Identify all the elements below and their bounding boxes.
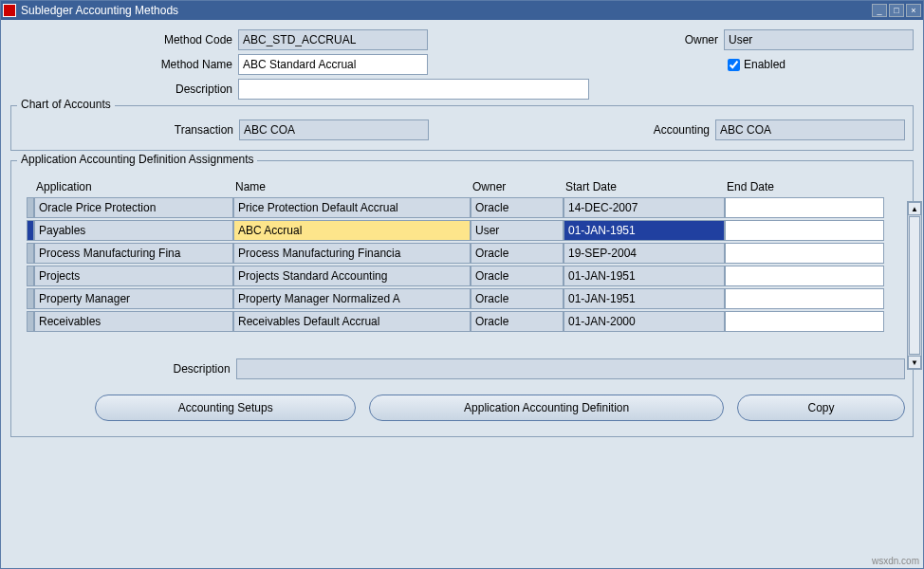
row-detail-description: Description — [19, 358, 905, 379]
maximize-button[interactable]: □ — [889, 4, 904, 17]
button-row: Accounting Setups Application Accounting… — [19, 391, 905, 421]
cell-application[interactable]: Process Manufacturing Fina — [34, 243, 233, 264]
table-body: Oracle Price ProtectionPrice Protection … — [27, 197, 905, 332]
th-end-date: End Date — [725, 180, 884, 193]
enabled-checkbox[interactable] — [728, 59, 740, 71]
cell-start-date[interactable]: 01-JAN-1951 — [564, 266, 725, 286]
cell-owner[interactable]: Oracle — [471, 266, 564, 286]
legend-chart-of-accounts: Chart of Accounts — [17, 98, 115, 111]
watermark: wsxdn.com — [872, 556, 919, 566]
description-input[interactable] — [238, 79, 589, 100]
row-handle[interactable] — [27, 266, 34, 286]
label-enabled: Enabled — [744, 58, 785, 71]
th-start-date: Start Date — [564, 180, 725, 193]
cell-application[interactable]: Oracle Price Protection — [34, 197, 233, 218]
assignments-table: Application Name Owner Start Date End Da… — [27, 180, 905, 332]
method-name-input[interactable] — [238, 54, 428, 75]
fieldset-chart-of-accounts: Chart of Accounts Transaction ABC COA Ac… — [10, 105, 914, 151]
label-accounting: Accounting — [592, 123, 715, 137]
row-method-code: Method Code ABC_STD_ACCRUAL Owner User — [10, 29, 914, 50]
owner-field[interactable]: User — [724, 29, 914, 50]
transaction-field[interactable]: ABC COA — [239, 119, 429, 140]
table-row[interactable]: ProjectsProjects Standard AccountingOrac… — [27, 266, 905, 286]
cell-owner[interactable]: Oracle — [471, 311, 564, 332]
close-button[interactable]: × — [906, 4, 921, 17]
minimize-button[interactable]: _ — [872, 4, 887, 17]
cell-name[interactable]: Price Protection Default Accrual — [233, 197, 471, 218]
cell-owner[interactable]: Oracle — [471, 243, 564, 264]
cell-name[interactable]: ABC Accrual — [233, 220, 471, 241]
cell-application[interactable]: Receivables — [34, 311, 233, 332]
label-transaction: Transaction — [19, 123, 239, 137]
cell-end-date[interactable] — [725, 266, 884, 286]
row-handle[interactable] — [27, 288, 34, 309]
cell-end-date[interactable] — [725, 288, 884, 309]
cell-application[interactable]: Property Manager — [34, 288, 233, 309]
label-method-name: Method Name — [10, 58, 238, 71]
accounting-setups-button[interactable]: Accounting Setups — [95, 395, 356, 421]
cell-application[interactable]: Payables — [34, 220, 233, 241]
cell-start-date[interactable]: 01-JAN-2000 — [564, 311, 725, 332]
vertical-scrollbar[interactable]: ▲ ▼ — [907, 201, 922, 370]
cell-name[interactable]: Property Manager Normalized A — [233, 288, 471, 309]
row-method-name: Method Name Enabled — [10, 54, 914, 75]
th-owner: Owner — [471, 180, 564, 193]
accounting-field[interactable]: ABC COA — [715, 119, 905, 140]
detail-description-field[interactable] — [236, 358, 905, 379]
scroll-down-icon[interactable]: ▼ — [908, 356, 921, 369]
cell-start-date[interactable]: 19-SEP-2004 — [564, 243, 725, 264]
titlebar: Subledger Accounting Methods _ □ × — [1, 1, 923, 20]
cell-name[interactable]: Receivables Default Accrual — [233, 311, 471, 332]
cell-end-date[interactable] — [725, 243, 884, 264]
application-accounting-definition-button[interactable]: Application Accounting Definition — [369, 395, 724, 421]
window-buttons: _ □ × — [872, 4, 921, 17]
table-header: Application Name Owner Start Date End Da… — [27, 180, 905, 193]
cell-start-date[interactable]: 01-JAN-1951 — [564, 288, 725, 309]
row-description: Description — [10, 79, 914, 100]
cell-start-date[interactable]: 01-JAN-1951 — [564, 220, 725, 241]
cell-end-date[interactable] — [725, 197, 884, 218]
label-detail-description: Description — [19, 362, 236, 376]
scroll-up-icon[interactable]: ▲ — [908, 202, 921, 215]
window-frame: Subledger Accounting Methods _ □ × Metho… — [0, 0, 924, 569]
table-row[interactable]: Process Manufacturing FinaProcess Manufa… — [27, 243, 905, 264]
cell-start-date[interactable]: 14-DEC-2007 — [564, 197, 725, 218]
row-handle[interactable] — [27, 220, 34, 241]
method-code-field[interactable]: ABC_STD_ACCRUAL — [238, 29, 428, 50]
row-handle[interactable] — [27, 311, 34, 332]
cell-owner[interactable]: Oracle — [471, 288, 564, 309]
table-row[interactable]: Property ManagerProperty Manager Normali… — [27, 288, 905, 309]
cell-name[interactable]: Projects Standard Accounting — [233, 266, 471, 286]
label-owner: Owner — [601, 33, 724, 46]
cell-end-date[interactable] — [725, 311, 884, 332]
th-application: Application — [34, 180, 233, 193]
window-title: Subledger Accounting Methods — [21, 4, 872, 17]
cell-name[interactable]: Process Manufacturing Financia — [233, 243, 471, 264]
cell-owner[interactable]: User — [471, 220, 564, 241]
table-row[interactable]: Oracle Price ProtectionPrice Protection … — [27, 197, 905, 218]
label-description: Description — [10, 83, 238, 96]
row-handle[interactable] — [27, 243, 34, 264]
cell-application[interactable]: Projects — [34, 266, 233, 286]
label-method-code: Method Code — [10, 33, 238, 46]
content-area: Method Code ABC_STD_ACCRUAL Owner User M… — [1, 20, 923, 437]
row-handle[interactable] — [27, 197, 34, 218]
cell-owner[interactable]: Oracle — [471, 197, 564, 218]
cell-end-date[interactable] — [725, 220, 884, 241]
app-icon — [3, 4, 16, 17]
copy-button[interactable]: Copy — [737, 395, 905, 421]
scroll-thumb[interactable] — [909, 216, 920, 355]
th-name: Name — [233, 180, 471, 193]
legend-assignments: Application Accounting Definition Assign… — [17, 153, 257, 166]
table-row[interactable]: ReceivablesReceivables Default AccrualOr… — [27, 311, 905, 332]
fieldset-assignments: Application Accounting Definition Assign… — [10, 160, 914, 437]
table-row[interactable]: PayablesABC AccrualUser01-JAN-1951 — [27, 220, 905, 241]
